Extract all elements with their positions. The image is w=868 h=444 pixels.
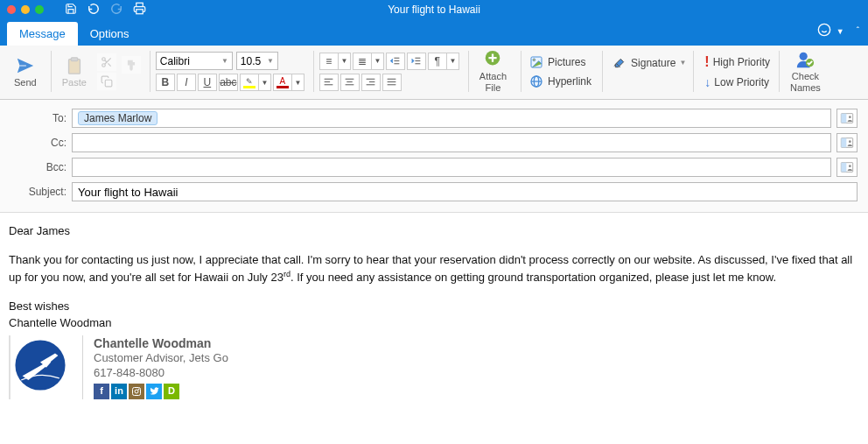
print-icon[interactable] bbox=[133, 2, 146, 18]
numbering-button[interactable]: ≣ bbox=[353, 53, 372, 70]
exclamation-icon: ! bbox=[704, 54, 709, 70]
twitter-icon[interactable] bbox=[146, 384, 162, 399]
svg-point-47 bbox=[15, 340, 65, 390]
close-button[interactable] bbox=[7, 5, 16, 14]
compose-header: To: James Marlow Cc: Bcc: Subject: bbox=[0, 100, 868, 213]
to-label: To: bbox=[10, 112, 66, 124]
font-size-select[interactable]: 10.5 ▼ bbox=[236, 52, 278, 70]
signature-block: Chantelle Woodman Customer Advisor, Jets… bbox=[9, 335, 859, 399]
svg-point-6 bbox=[102, 57, 106, 60]
highlight-dropdown[interactable]: ▼ bbox=[259, 74, 271, 91]
svg-line-10 bbox=[105, 60, 107, 61]
instagram-icon[interactable] bbox=[129, 384, 144, 399]
to-address-book-button[interactable] bbox=[836, 109, 858, 128]
copy-icon[interactable] bbox=[97, 73, 116, 90]
redo-icon[interactable] bbox=[110, 3, 122, 18]
highlight-button[interactable]: ✎ bbox=[240, 74, 259, 91]
subject-field[interactable] bbox=[72, 182, 858, 201]
indent-button[interactable] bbox=[407, 53, 426, 70]
body-paragraph: Thank you for contacting us just now, I … bbox=[9, 252, 859, 286]
bullets-button[interactable]: ≡ bbox=[319, 53, 339, 70]
signature-phone: 617-848-8080 bbox=[94, 366, 228, 381]
tab-bar: Message Options ▼ ˆ bbox=[0, 19, 868, 46]
facebook-icon[interactable]: f bbox=[94, 384, 109, 399]
font-size-value: 10.5 bbox=[241, 55, 261, 67]
chevron-down-icon[interactable]: ▼ bbox=[836, 27, 844, 36]
cc-address-book-button[interactable] bbox=[836, 133, 858, 152]
recipient-chip[interactable]: James Marlow bbox=[78, 111, 158, 125]
signature-button[interactable]: Signature ▼ bbox=[610, 55, 688, 71]
down-arrow-icon: ↓ bbox=[704, 75, 710, 89]
svg-point-46 bbox=[849, 165, 851, 167]
paste-label: Paste bbox=[62, 77, 87, 88]
svg-point-40 bbox=[849, 116, 851, 118]
send-button[interactable]: Send bbox=[9, 56, 42, 88]
chevron-up-icon[interactable]: ˆ bbox=[857, 26, 859, 36]
font-family-select[interactable]: Calibri ▼ bbox=[156, 52, 233, 70]
check-names-label: Check Names bbox=[790, 71, 821, 92]
subject-input[interactable] bbox=[78, 186, 851, 199]
to-field[interactable]: James Marlow bbox=[72, 109, 831, 128]
company-logo bbox=[10, 335, 70, 395]
low-priority-label: Low Priority bbox=[714, 76, 769, 88]
font-color-button[interactable]: A bbox=[273, 74, 292, 91]
signature-label: Signature bbox=[631, 57, 676, 69]
save-icon[interactable] bbox=[65, 3, 77, 18]
align-left-button[interactable] bbox=[319, 74, 339, 91]
window-controls bbox=[7, 5, 44, 14]
signature-title: Customer Advisor, Jets Go bbox=[94, 351, 228, 366]
italic-button[interactable]: I bbox=[177, 74, 196, 91]
svg-rect-5 bbox=[71, 57, 77, 60]
greeting: Dear James bbox=[9, 223, 859, 240]
svg-point-49 bbox=[135, 390, 138, 393]
svg-rect-11 bbox=[105, 80, 112, 87]
cut-icon[interactable] bbox=[97, 53, 116, 71]
svg-point-36 bbox=[800, 53, 808, 60]
align-right-button[interactable] bbox=[361, 74, 381, 91]
paste-button[interactable]: Paste bbox=[57, 56, 92, 88]
low-priority-button[interactable]: ↓ Low Priority bbox=[703, 74, 772, 90]
email-body[interactable]: Dear James Thank you for contacting us j… bbox=[0, 213, 868, 410]
bullets-dropdown[interactable]: ▼ bbox=[339, 53, 351, 70]
zoom-button[interactable] bbox=[35, 5, 44, 14]
attach-file-button[interactable]: Attach File bbox=[474, 50, 512, 92]
underline-button[interactable]: U bbox=[198, 74, 217, 91]
font-color-dropdown[interactable]: ▼ bbox=[292, 74, 304, 91]
svg-rect-0 bbox=[136, 10, 144, 14]
emoji-icon[interactable] bbox=[817, 23, 831, 39]
bcc-address-book-button[interactable] bbox=[836, 158, 858, 177]
send-label: Send bbox=[14, 77, 37, 88]
cc-field[interactable] bbox=[72, 133, 831, 152]
subject-label: Subject: bbox=[10, 186, 66, 198]
svg-point-1 bbox=[818, 24, 830, 35]
justify-button[interactable] bbox=[382, 74, 402, 91]
undo-icon[interactable] bbox=[88, 3, 100, 18]
signature-name: Chantelle Woodman bbox=[94, 335, 228, 351]
check-names-button[interactable]: Check Names bbox=[785, 50, 826, 92]
strikethrough-button[interactable]: abc bbox=[219, 74, 238, 91]
svg-point-50 bbox=[138, 389, 139, 390]
svg-rect-39 bbox=[841, 114, 846, 123]
paragraph-dropdown[interactable]: ▼ bbox=[447, 53, 459, 70]
tab-message[interactable]: Message bbox=[7, 22, 78, 46]
outdent-button[interactable] bbox=[386, 53, 405, 70]
closing: Best wishes Chantelle Woodman bbox=[9, 299, 859, 332]
svg-point-43 bbox=[849, 140, 851, 143]
linkedin-icon[interactable]: in bbox=[111, 384, 127, 399]
paragraph-button[interactable]: ¶ bbox=[428, 53, 447, 70]
hyperlink-button[interactable]: Hyperlink bbox=[527, 74, 593, 89]
bcc-field[interactable] bbox=[72, 158, 831, 177]
cc-label: Cc: bbox=[10, 137, 66, 149]
title-bar: Your flight to Hawaii bbox=[0, 0, 868, 19]
bold-button[interactable]: B bbox=[156, 74, 175, 91]
numbering-dropdown[interactable]: ▼ bbox=[372, 53, 384, 70]
tab-options[interactable]: Options bbox=[78, 22, 142, 46]
format-painter-icon[interactable] bbox=[122, 56, 141, 74]
pictures-label: Pictures bbox=[548, 56, 585, 68]
high-priority-button[interactable]: ! High Priority bbox=[703, 53, 772, 71]
pictures-button[interactable]: Pictures bbox=[527, 54, 587, 70]
high-priority-label: High Priority bbox=[713, 56, 770, 68]
align-center-button[interactable] bbox=[340, 74, 360, 91]
social-icon[interactable]: D bbox=[164, 384, 179, 399]
minimize-button[interactable] bbox=[21, 5, 30, 14]
